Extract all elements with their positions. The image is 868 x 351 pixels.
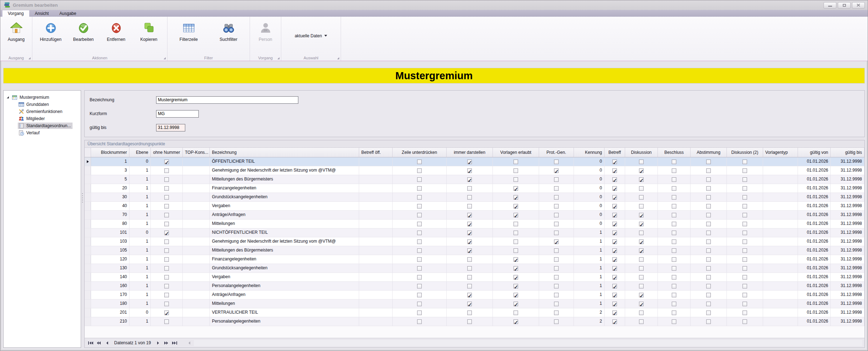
checkbox-immer_darstellen[interactable] xyxy=(467,284,472,288)
cell-blocknummer[interactable]: 210 xyxy=(91,317,129,326)
checkbox-betreff[interactable] xyxy=(612,195,617,200)
cell-kennung[interactable]: 1 xyxy=(574,273,605,281)
cell-kennung[interactable]: 0 xyxy=(574,202,605,210)
checkbox-prot_gen[interactable] xyxy=(554,239,559,244)
cell-immer_darstellen[interactable] xyxy=(447,211,493,219)
cell-abstimmung[interactable] xyxy=(691,273,727,281)
cell-bezeichnung[interactable]: Genehmigung der Niederschrift der letzte… xyxy=(210,237,359,246)
cell-prot_gen[interactable] xyxy=(539,273,574,281)
cell-prot_gen[interactable] xyxy=(539,264,574,272)
checkbox-abstimmung[interactable] xyxy=(706,239,711,244)
cell-vorlagentyp[interactable] xyxy=(763,184,798,193)
cell-top_kons[interactable] xyxy=(183,264,210,272)
cell-top_kons[interactable] xyxy=(183,255,210,264)
column-header-indicator[interactable] xyxy=(85,148,91,157)
cell-indicator[interactable] xyxy=(85,166,91,175)
cell-ebene[interactable]: 1 xyxy=(129,237,151,246)
checkbox-zeile_unterdruecken[interactable] xyxy=(417,275,422,280)
filter-row-button[interactable]: Filterzeile xyxy=(169,22,209,42)
cell-gueltig_von[interactable]: 01.01.2026 xyxy=(798,175,831,184)
column-header-kennung[interactable]: Kennung xyxy=(574,148,605,157)
cell-abstimmung[interactable] xyxy=(691,202,727,210)
cell-prot_gen[interactable] xyxy=(539,228,574,237)
column-header-immer_darstellen[interactable]: immer darstellen xyxy=(447,148,493,157)
checkbox-prot_gen[interactable] xyxy=(554,213,559,217)
cell-betreff_oeff[interactable] xyxy=(359,246,393,255)
cell-blocknummer[interactable]: 160 xyxy=(91,282,129,290)
cell-vorlagen_erlaubt[interactable] xyxy=(493,220,539,228)
cell-betreff_oeff[interactable] xyxy=(359,299,393,308)
checkbox-betreff[interactable] xyxy=(612,222,617,226)
cell-immer_darstellen[interactable] xyxy=(447,166,493,175)
cell-vorlagen_erlaubt[interactable] xyxy=(493,264,539,272)
cell-indicator[interactable] xyxy=(85,184,91,193)
cell-gueltig_bis[interactable]: 31.12.9998 xyxy=(831,282,864,290)
cell-diskussion[interactable] xyxy=(625,166,658,175)
cell-abstimmung[interactable] xyxy=(691,175,727,184)
checkbox-vorlagen_erlaubt[interactable] xyxy=(513,319,518,324)
cell-betreff[interactable] xyxy=(605,299,625,308)
cell-top_kons[interactable] xyxy=(183,299,210,308)
checkbox-immer_darstellen[interactable] xyxy=(467,248,472,253)
cell-vorlagentyp[interactable] xyxy=(763,202,798,210)
cell-diskussion[interactable] xyxy=(625,255,658,264)
cell-betreff[interactable] xyxy=(605,264,625,272)
cell-vorlagen_erlaubt[interactable] xyxy=(493,282,539,290)
checkbox-diskussion_2[interactable] xyxy=(742,239,747,244)
table-row[interactable]: 1201Finanzangelegenheiten101.01.202631.1… xyxy=(85,255,864,264)
table-row[interactable]: 10ÖFFENTLICHER TEIL001.01.202631.12.9998 xyxy=(85,157,864,166)
cell-vorlagen_erlaubt[interactable] xyxy=(493,157,539,166)
cell-vorlagentyp[interactable] xyxy=(763,220,798,228)
cell-kennung[interactable]: 0 xyxy=(574,184,605,193)
cell-beschluss[interactable] xyxy=(658,264,691,272)
cell-ohne_nummer[interactable] xyxy=(151,246,183,255)
checkbox-prot_gen[interactable] xyxy=(554,160,559,164)
cell-zeile_unterdruecken[interactable] xyxy=(393,317,447,326)
checkbox-beschluss[interactable] xyxy=(672,248,676,253)
checkbox-betreff[interactable] xyxy=(612,293,617,297)
checkbox-diskussion_2[interactable] xyxy=(742,222,747,226)
cell-blocknummer[interactable]: 3 xyxy=(91,166,129,175)
cell-zeile_unterdruecken[interactable] xyxy=(393,246,447,255)
checkbox-diskussion[interactable] xyxy=(639,160,644,164)
cell-abstimmung[interactable] xyxy=(691,220,727,228)
cell-ohne_nummer[interactable] xyxy=(151,317,183,326)
cell-top_kons[interactable] xyxy=(183,317,210,326)
hscroll-left-button[interactable] xyxy=(185,339,193,347)
cell-ebene[interactable]: 0 xyxy=(129,228,151,237)
checkbox-ohne_nummer[interactable] xyxy=(164,266,169,271)
checkbox-betreff[interactable] xyxy=(612,168,617,173)
cell-kennung[interactable]: 1 xyxy=(574,291,605,299)
column-header-ebene[interactable]: Ebene xyxy=(129,148,151,157)
checkbox-vorlagen_erlaubt[interactable] xyxy=(513,310,518,315)
checkbox-diskussion[interactable] xyxy=(639,266,644,271)
checkbox-ohne_nummer[interactable] xyxy=(164,257,169,262)
column-header-ohne_nummer[interactable]: ohne Nummer xyxy=(151,148,183,157)
cell-prot_gen[interactable] xyxy=(539,175,574,184)
checkbox-beschluss[interactable] xyxy=(672,177,676,182)
checkbox-diskussion_2[interactable] xyxy=(742,248,747,253)
checkbox-diskussion_2[interactable] xyxy=(742,177,747,182)
checkbox-ohne_nummer[interactable] xyxy=(164,248,169,253)
cell-beschluss[interactable] xyxy=(658,228,691,237)
table-row[interactable]: 401Vergaben001.01.202631.12.9998 xyxy=(85,202,864,211)
column-header-diskussion_2[interactable]: Diskussion (2) xyxy=(727,148,763,157)
cell-gueltig_bis[interactable]: 31.12.9998 xyxy=(831,291,864,299)
cell-ebene[interactable]: 1 xyxy=(129,184,151,193)
cell-gueltig_von[interactable]: 01.01.2026 xyxy=(798,255,831,264)
cell-abstimmung[interactable] xyxy=(691,291,727,299)
checkbox-diskussion_2[interactable] xyxy=(742,310,747,315)
checkbox-beschluss[interactable] xyxy=(672,186,676,191)
cell-bezeichnung[interactable]: Mitteilungen des Bürgermeisters xyxy=(210,246,359,255)
checkbox-diskussion[interactable] xyxy=(639,310,644,315)
cell-immer_darstellen[interactable] xyxy=(447,193,493,201)
cell-gueltig_von[interactable]: 01.01.2026 xyxy=(798,202,831,210)
cell-gueltig_von[interactable]: 01.01.2026 xyxy=(798,157,831,166)
current-data-dropdown[interactable]: aktuelle Daten xyxy=(295,22,328,55)
checkbox-diskussion_2[interactable] xyxy=(742,204,747,209)
cell-indicator[interactable] xyxy=(85,193,91,201)
cell-prot_gen[interactable] xyxy=(539,317,574,326)
checkbox-diskussion[interactable] xyxy=(639,275,644,280)
cell-ebene[interactable]: 1 xyxy=(129,175,151,184)
cell-gueltig_bis[interactable]: 31.12.9998 xyxy=(831,264,864,272)
